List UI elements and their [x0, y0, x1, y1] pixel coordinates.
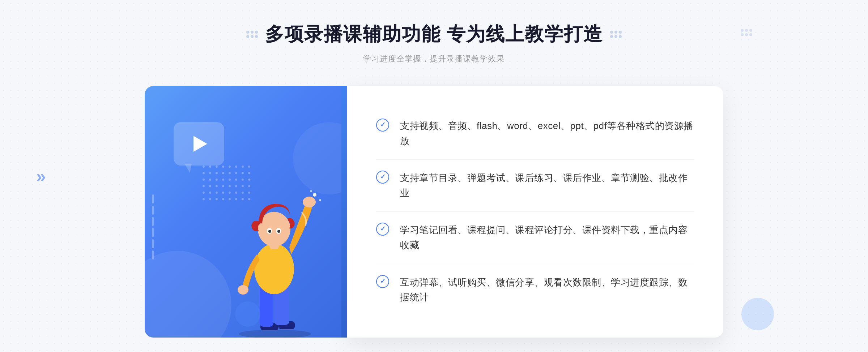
right-feature-panel: ✓ 支持视频、音频、flash、word、excel、ppt、pdf等各种格式的… [347, 86, 723, 338]
feature-item-2: ✓ 支持章节目录、弹题考试、课后练习、课后作业、章节测验、批改作业 [376, 160, 694, 212]
stripes-decoration [152, 194, 154, 259]
feature-text-2: 支持章节目录、弹题考试、课后练习、课后作业、章节测验、批改作业 [400, 171, 694, 201]
page-wrapper: 多项录播课辅助功能 专为线上教学打造 学习进度全掌握，提升录播课教学效果 [0, 0, 868, 352]
subtitle: 学习进度全掌握，提升录播课教学效果 [363, 53, 505, 64]
feature-text-3: 学习笔记回看、课程提问、课程评论打分、课件资料下载，重点内容收藏 [400, 223, 694, 253]
feature-item-3: ✓ 学习笔记回看、课程提问、课程评论打分、课件资料下载，重点内容收藏 [376, 212, 694, 264]
blue-stripe-accent [341, 86, 347, 338]
dot-grid-left [246, 31, 258, 38]
person-illustration [217, 139, 333, 338]
svg-point-7 [238, 285, 248, 295]
svg-point-13 [277, 230, 280, 233]
check-icon-1: ✓ [376, 119, 389, 132]
header-section: 多项录播课辅助功能 专为线上教学打造 学习进度全掌握，提升录播课教学效果 [246, 22, 622, 64]
svg-point-0 [239, 330, 311, 338]
title-decorator-left [246, 31, 258, 38]
title-row: 多项录播课辅助功能 专为线上教学打造 [246, 22, 622, 47]
svg-point-5 [254, 244, 294, 294]
feature-text-1: 支持视频、音频、flash、word、excel、ppt、pdf等各种格式的资源… [400, 119, 694, 149]
play-bubble [174, 122, 224, 166]
check-icon-4: ✓ [376, 275, 389, 288]
svg-point-14 [313, 193, 316, 197]
svg-point-15 [319, 199, 321, 201]
content-area: ✓ 支持视频、音频、flash、word、excel、ppt、pdf等各种格式的… [145, 86, 723, 338]
play-icon [193, 136, 207, 152]
check-icon-2: ✓ [376, 171, 389, 184]
bottom-circle-decoration [235, 301, 260, 327]
left-chevrons-icon: » [36, 166, 46, 186]
svg-point-12 [268, 230, 271, 233]
feature-item-4: ✓ 互动弹幕、试听购买、微信分享、观看次数限制、学习进度跟踪、数据统计 [376, 264, 694, 316]
dot-grid-right [610, 31, 622, 38]
feature-item-1: ✓ 支持视频、音频、flash、word、excel、ppt、pdf等各种格式的… [376, 108, 694, 160]
feature-text-4: 互动弹幕、试听购买、微信分享、观看次数限制、学习进度跟踪、数据统计 [400, 275, 694, 305]
main-title: 多项录播课辅助功能 专为线上教学打造 [265, 22, 603, 47]
title-decorator-right [610, 31, 622, 38]
svg-point-6 [303, 197, 316, 207]
check-icon-3: ✓ [376, 223, 389, 236]
left-illustration-card [145, 86, 347, 338]
svg-point-16 [310, 190, 312, 192]
